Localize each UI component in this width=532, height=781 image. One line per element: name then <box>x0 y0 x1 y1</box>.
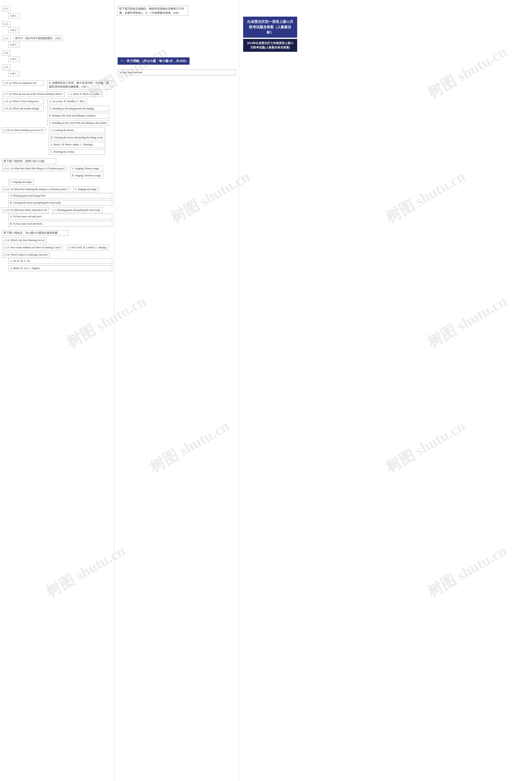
item-16-row: ( ) 16. Which subject is Daming's favori… <box>2 252 112 258</box>
item-11-group: ( ) 11. Q: What does Betty like doing at… <box>2 166 112 179</box>
item-10-opt-a: A. Cooking the dinner. <box>49 127 105 133</box>
item-10-question: ( ) 10. Q: Who's birthday present is it? <box>2 127 45 133</box>
item-4-num: ( ) 4. <box>2 50 10 56</box>
connector-15: – <box>64 245 65 248</box>
page-container: ( ) 1. A B C . ( ) 2. A B C . ( ) 3. <box>0 0 532 781</box>
item-11-opt-a: A. Singing Chinese songs. <box>70 166 103 171</box>
item-9-question: ( ) 9. Q: What's the mother doing? <box>2 106 44 112</box>
item-7-question: ( ) 7. Q: What do you eat at the Chinese… <box>2 91 64 97</box>
item-11-opt-c: C. Singing old songs. <box>8 179 34 185</box>
item-8-options: A. Ice-cream. B. Noodles. C. Rice. <box>47 98 87 104</box>
item-14-question: ( ) 14. Which city does Daming live in? <box>2 238 47 243</box>
item-11-opt-b: B. Singing Christmas songs. <box>70 173 103 178</box>
item-11-c-row: C. Singing old songs. <box>8 179 112 185</box>
item-12-question: ( ) 12. Q: What does Daming like doing a… <box>2 187 70 192</box>
item-11-options-col: A. Singing Chinese songs. B. Singing Chr… <box>70 166 103 179</box>
item-16-question: ( ) 16. Which subject is Daming's favori… <box>2 252 50 258</box>
item-16-opt-abc: A. Maths. B. Art. C. English. <box>8 265 112 271</box>
item-7-options: A. Meat. B. Plants. C. Cakes. <box>68 91 102 97</box>
item-10-options-col: A. Cooking the dinner. B. Cleaning the h… <box>49 127 105 155</box>
connector-12: – <box>71 187 72 190</box>
item-3-abc: A B C . <box>8 42 112 48</box>
item-3-num: ( ) 3. <box>2 36 10 41</box>
item-8-group: ( ) 8. Q: What is Tony doing now? – A. I… <box>2 98 112 104</box>
item-6-options: B. 你将听到五个对话，每个对话均有一个问题，根据对话内容选择正确答案。(5分) <box>47 80 112 90</box>
item-13-opt-c: C. Playing games and getting the food re… <box>52 207 102 213</box>
item-5-num: ( ) 5. <box>2 65 10 70</box>
section-c-instruction: 听下面几段短文或独白，每段对话或独白后都有几个问题，从题中所给的A、B、C中选择… <box>118 6 188 16</box>
item-15-question: ( ) 15. How many students are there in D… <box>2 245 62 250</box>
item-1-abc-box: A B C . <box>8 13 19 19</box>
main-title: 白庙责任区初一英语上册12月联考试题含答案（人教新目标） <box>243 16 297 38</box>
section-c-listen-label: 听下面一段对话，回答11至13小题。 <box>2 158 56 164</box>
item-4-group: ( ) 4. A B C . <box>2 50 112 62</box>
title-area: 白庙责任区初一英语上册12月联考试题含答案（人教新目标） 2014年白庙责任区七… <box>243 16 301 52</box>
item-12-group: ( ) 12. Q: What does Daming like doing a… <box>2 187 112 192</box>
item-15-group: ( ) 15. How many students are there in D… <box>2 245 112 250</box>
section-a-instruction: 听句子，找出与句子相匹配的图片。(5分) <box>14 36 62 41</box>
item-4-abc-box: A B C . <box>8 56 19 62</box>
section-b-block: ( ) 6. Q: What do elephants eat? – B. 你将… <box>2 80 112 155</box>
item-13-group: ( ) 13. Q: What does Betty help him to d… <box>2 207 112 213</box>
item-6-question: ( ) 6. Q: What do elephants eat? <box>2 80 44 86</box>
section-c-listen-note: 听下面一段对话，回答11至13小题。 <box>2 158 112 164</box>
left-section: ( ) 1. A B C . ( ) 2. A B C . ( ) 3. <box>0 0 114 781</box>
item-2-abc-box: A B C . <box>8 28 19 33</box>
item-12-opt-b: B. Cleaning the house and getting the fo… <box>8 200 112 206</box>
item-10-opt-end: A. Betty's. B. Betty's father. C. Daming… <box>49 142 105 148</box>
connector-9: – <box>45 106 46 109</box>
item-2-num: ( ) 2. <box>2 21 10 27</box>
item-4-abc: A B C . <box>8 56 112 62</box>
center-section: 听下面几段短文或独白，每段对话或独白后都有几个问题，从题中所给的A、B、C中选择… <box>114 0 239 781</box>
connector-7: – <box>66 91 67 94</box>
item-9-group: ( ) 9. Q: What's the mother doing? – A. … <box>2 106 112 126</box>
section-a-block: ( ) 1. A B C . ( ) 2. A B C . ( ) 3. <box>2 6 112 77</box>
item-9-opt-c: C. Standing on the Great Wall and talkin… <box>47 120 109 126</box>
item-13-options: A. To buy some cola and juice. B. To buy… <box>8 214 112 227</box>
right-section: 白庙责任区初一英语上册12月联考试题含答案（人教新目标） 2014年白庙责任区七… <box>239 0 532 781</box>
item-8-question: ( ) 8. Q: What is Tony doing now? <box>2 98 44 104</box>
item-16-group: ( ) 16. Which subject is Daming's favori… <box>2 252 112 271</box>
item-13-opt-b: B. To buy some food and fruits. <box>8 221 112 227</box>
item-1-group: ( ) 1. A B C . <box>2 6 112 19</box>
section-c2-block: ( ) 14. Which city does Daming live in? … <box>2 238 112 271</box>
section-c2-listen-note: 听下面一段短文，为14题16小题选出最佳答案。 <box>2 230 112 236</box>
connector-11: – <box>68 166 69 169</box>
connector-8: – <box>45 98 46 102</box>
item-12-opt-c: C. Singing old songs. <box>73 187 99 192</box>
item-10-group: ( ) 10. Q: Who's birthday present is it?… <box>2 127 112 155</box>
item-3-row: ( ) 3. 听句子，找出与句子相匹配的图片。(5分) <box>2 36 112 41</box>
item-5-group: ( ) 5. A B C . <box>2 65 112 77</box>
item-2-abc: A B C . <box>8 28 112 33</box>
item-2-group: ( ) 2. A B C . <box>2 21 112 33</box>
connector-13: – <box>50 207 51 210</box>
connector-6: – <box>45 80 46 83</box>
item-13-opt-a: A. To buy some cola and juice. <box>8 214 112 219</box>
item-10-opt-b: B. Cleaning the house and putting the th… <box>49 135 105 140</box>
item-16-options: A. 40. B. 50. C. 45. A. Maths. B. Art. C… <box>8 258 112 271</box>
item-9-opt-b: B. Sitting in the front and talking to s… <box>47 113 109 119</box>
cola-text: To buy some cola and <box>118 70 236 75</box>
item-1-num: ( ) 1. <box>2 6 10 11</box>
item-11-question: ( ) 11. Q: What does Betty like doing at… <box>2 166 66 171</box>
item-13-question: ( ) 13. Q: What does Betty help him to d… <box>2 207 49 213</box>
item-14-group: ( ) 14. Which city does Daming live in? <box>2 238 112 243</box>
item-3-group: ( ) 3. 听句子，找出与句子相匹配的图片。(5分) A B C . <box>2 36 112 48</box>
item-15-options: A. New York. B. London. C. Beijing. <box>66 245 108 250</box>
item-10-opt-c: C. Washing the clothes. <box>49 149 105 155</box>
item-7-group: ( ) 7. Q: What do you eat at the Chinese… <box>2 91 112 97</box>
item-9-options-col: A. Standing on the playground and singin… <box>47 106 109 126</box>
item-12-options: A. Playing games and eating food. B. Cle… <box>8 193 112 206</box>
item-16-opt-40: A. 40. B. 50. C. 45. <box>8 258 112 264</box>
section-header-label: 一、听力理解。(共20小题，每小题1分，共20分) <box>118 57 189 65</box>
item-12-opt-a: A. Playing games and eating food. <box>8 193 112 199</box>
item-6-group: ( ) 6. Q: What do elephants eat? – B. 你将… <box>2 80 112 90</box>
item-3-abc-box: A B C . <box>8 42 19 48</box>
section-c-block: ( ) 11. Q: What does Betty like doing at… <box>2 166 112 227</box>
section-c2-listen-label: 听下面一段短文，为14题16小题选出最佳答案。 <box>2 230 69 236</box>
item-9-opt-a: A. Standing on the playground and singin… <box>47 106 109 112</box>
connector-10: – <box>46 127 48 131</box>
item-1-abc: A B C . <box>8 12 112 19</box>
section-c-instruction-box: 听下面几段短文或独白，每段对话或独白后都有几个问题，从题中所给的A、B、C中选择… <box>118 6 236 16</box>
item-5-abc-box: A B C . <box>8 71 19 77</box>
